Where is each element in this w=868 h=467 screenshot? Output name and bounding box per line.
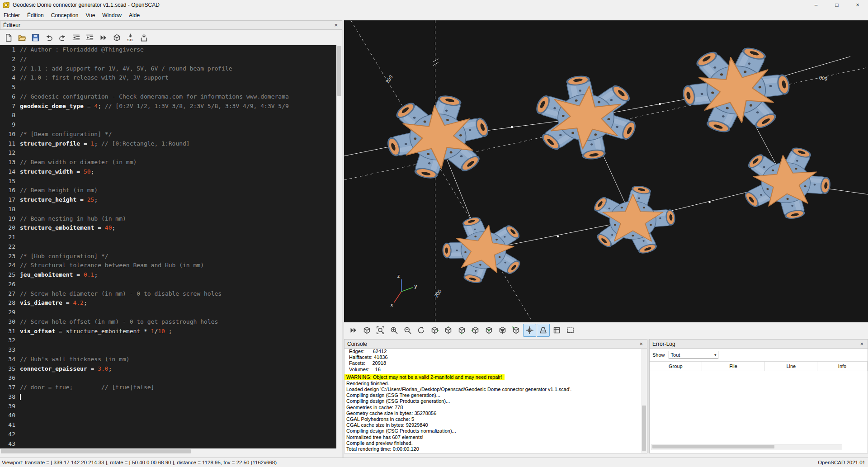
view-diagonal-button[interactable]: [509, 324, 523, 337]
menu-item-3[interactable]: Conception: [47, 11, 82, 20]
view-back-button[interactable]: [496, 324, 509, 337]
code-line: 43: [0, 439, 336, 449]
svg-text:STL: STL: [127, 38, 134, 42]
errorlog-column-file[interactable]: File: [702, 362, 765, 371]
line-number: 14: [0, 167, 20, 177]
view-center-button[interactable]: [523, 324, 536, 337]
export-stl-icon: STL: [126, 33, 135, 42]
line-number: 31: [0, 327, 20, 336]
editor-horizontal-scrollbar[interactable]: [0, 448, 336, 454]
preview-button[interactable]: [347, 324, 360, 337]
errorlog-horizontal-scrollbar[interactable]: [651, 444, 842, 450]
unindent-button[interactable]: [70, 31, 83, 44]
console-warning-line: WARNING: Object may not be a valid 2-man…: [344, 374, 505, 380]
orthogonal-button[interactable]: [550, 324, 563, 337]
code-line: 30// Screw hole offset (in mm) - 0 to ge…: [0, 317, 336, 327]
export-stl-button[interactable]: STL: [124, 31, 137, 44]
maximize-button[interactable]: □: [826, 0, 847, 10]
console-panel-title: Console: [347, 341, 367, 347]
title-bar: Geodesic Dome connector generator v1.1.s…: [0, 0, 868, 10]
code-line: 37// door = true; // [true|false]: [0, 383, 336, 392]
editor-vertical-scrollbar[interactable]: [336, 45, 342, 448]
zoom-out-button[interactable]: [401, 324, 414, 337]
editor-close-icon[interactable]: ×: [333, 22, 339, 28]
line-number: 24: [0, 261, 20, 270]
console-output[interactable]: Edges: 62412 Halffacets: 41836 Facets: 2…: [344, 349, 647, 453]
console-close-icon[interactable]: ×: [638, 340, 644, 347]
errorlog-column-line[interactable]: Line: [765, 362, 817, 371]
view-left-button[interactable]: [469, 324, 482, 337]
zoom-all-button[interactable]: [374, 324, 387, 337]
code-line: 27// Screw hole diameter (in mm) - 0 to …: [0, 289, 336, 299]
console-line: Normalized tree has 607 elements!: [344, 434, 647, 440]
code-line: 1// Author : Floriadddd @Thingiverse: [0, 45, 336, 55]
menu-item-4[interactable]: Vue: [82, 11, 99, 20]
3d-scene: 200009200zyx: [344, 20, 868, 322]
code-line: 20structure_emboitement = 40;: [0, 223, 336, 233]
line-number: 32: [0, 336, 20, 345]
line-number: 41: [0, 420, 20, 430]
reset-view-button[interactable]: [415, 324, 428, 337]
console-line: Loaded design 'C:/Users/Florian_/Desktop…: [344, 387, 647, 392]
unindent-icon: [72, 33, 80, 42]
errorlog-table-header: GroupFileLineInfo: [650, 361, 868, 371]
status-bar: Viewport: translate = [ 339.17 142.20 21…: [0, 458, 868, 467]
export-model-button[interactable]: [137, 31, 151, 44]
view-front-button[interactable]: [482, 324, 495, 337]
console-line: Compile and preview finished.: [344, 440, 647, 446]
render-button[interactable]: [360, 324, 373, 337]
view-right-button[interactable]: [428, 324, 441, 337]
preview-button[interactable]: [97, 31, 110, 44]
open-file-button[interactable]: [15, 31, 28, 44]
zoom-all-icon: [376, 326, 385, 335]
redo-icon: [58, 33, 67, 42]
console-vertical-scrollbar[interactable]: [641, 349, 647, 453]
menu-item-5[interactable]: Window: [99, 11, 125, 20]
close-button[interactable]: ×: [847, 0, 868, 10]
view-left-icon: [471, 326, 480, 335]
chevron-down-icon: ▾: [714, 353, 718, 357]
line-number: 21: [0, 233, 20, 242]
errorlog-column-group[interactable]: Group: [650, 362, 702, 371]
console-line: CGAL cache size in bytes: 92929840: [344, 422, 647, 428]
code-line: 23/* [Hub configuration] */: [0, 252, 336, 261]
measure-button[interactable]: [564, 324, 577, 337]
code-line: 12: [0, 148, 336, 158]
code-line: 41: [0, 420, 336, 430]
line-number: 33: [0, 345, 20, 355]
line-number: 12: [0, 148, 20, 158]
redo-button[interactable]: [56, 31, 69, 44]
console-line: Volumes: 16: [344, 367, 647, 373]
menu-item-1[interactable]: Fichier: [0, 11, 24, 20]
line-number: 36: [0, 373, 20, 383]
code-line: 33: [0, 345, 336, 355]
menu-item-2[interactable]: Édition: [24, 11, 47, 20]
undo-button[interactable]: [42, 31, 56, 44]
line-number: 43: [0, 439, 20, 449]
menu-item-6[interactable]: Aide: [125, 11, 143, 20]
console-line: Compiling design (CSG Products normaliza…: [344, 428, 647, 434]
view-back-icon: [498, 326, 507, 335]
view-center-icon: [525, 326, 534, 335]
viewport-toolbar: [344, 322, 868, 338]
errorlog-column-info[interactable]: Info: [817, 362, 868, 371]
code-line: 15: [0, 177, 336, 186]
render-button[interactable]: [110, 31, 123, 44]
errorlog-filter-dropdown[interactable]: Tout ▾: [669, 351, 718, 359]
new-file-button[interactable]: [2, 31, 15, 44]
indent-button[interactable]: [83, 31, 96, 44]
3d-viewport[interactable]: 200009200zyx: [344, 20, 868, 322]
code-editor[interactable]: 1// Author : Floriadddd @Thingiverse2//3…: [0, 45, 336, 448]
view-bottom-button[interactable]: [455, 324, 468, 337]
minimize-button[interactable]: –: [806, 0, 826, 10]
save-file-button[interactable]: [29, 31, 42, 44]
zoom-in-button[interactable]: [387, 324, 401, 337]
code-line: 40: [0, 411, 336, 420]
line-number: 35: [0, 364, 20, 374]
code-line: 38: [0, 392, 336, 402]
perspective-button[interactable]: [537, 324, 550, 337]
errorlog-close-icon[interactable]: ×: [859, 340, 865, 347]
view-top-button[interactable]: [442, 324, 455, 337]
line-number: 6: [0, 92, 20, 102]
render-icon: [113, 33, 121, 42]
